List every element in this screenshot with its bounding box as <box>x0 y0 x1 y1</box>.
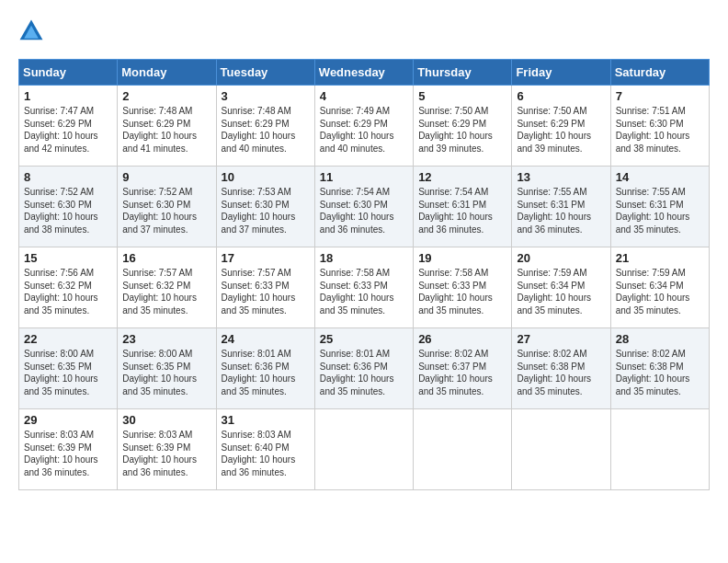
weekday-header: Saturday <box>610 60 709 86</box>
calendar-header-row: SundayMondayTuesdayWednesdayThursdayFrid… <box>19 60 710 86</box>
day-info: Sunrise: 7:54 AMSunset: 6:31 PMDaylight:… <box>418 186 506 236</box>
calendar-day-cell: 18Sunrise: 7:58 AMSunset: 6:33 PMDayligh… <box>314 247 413 328</box>
calendar-day-cell: 21Sunrise: 7:59 AMSunset: 6:34 PMDayligh… <box>610 247 709 328</box>
day-number: 10 <box>222 170 310 184</box>
day-info: Sunrise: 7:57 AMSunset: 6:33 PMDaylight:… <box>222 267 310 316</box>
day-info: Sunrise: 7:50 AMSunset: 6:29 PMDaylight:… <box>418 105 506 155</box>
day-info: Sunrise: 7:50 AMSunset: 6:29 PMDaylight:… <box>517 105 605 155</box>
calendar-week-row: 1Sunrise: 7:47 AMSunset: 6:29 PMDaylight… <box>19 86 710 167</box>
day-info: Sunrise: 8:01 AMSunset: 6:36 PMDaylight:… <box>320 348 408 397</box>
day-number: 12 <box>418 170 506 184</box>
day-number: 22 <box>24 332 112 346</box>
calendar-day-cell: 9Sunrise: 7:52 AMSunset: 6:30 PMDaylight… <box>118 167 216 247</box>
calendar-day-cell <box>414 409 512 490</box>
day-info: Sunrise: 7:54 AMSunset: 6:30 PMDaylight:… <box>320 186 408 236</box>
day-number: 14 <box>616 170 704 184</box>
weekday-header: Monday <box>118 60 216 86</box>
calendar-day-cell: 14Sunrise: 7:55 AMSunset: 6:31 PMDayligh… <box>610 167 709 247</box>
weekday-header: Thursday <box>414 60 512 86</box>
day-info: Sunrise: 7:47 AMSunset: 6:29 PMDaylight:… <box>24 105 112 155</box>
calendar-day-cell: 16Sunrise: 7:57 AMSunset: 6:32 PMDayligh… <box>118 247 216 328</box>
calendar-day-cell: 2Sunrise: 7:48 AMSunset: 6:29 PMDaylight… <box>118 86 216 167</box>
day-number: 4 <box>320 89 408 103</box>
calendar-day-cell: 12Sunrise: 7:54 AMSunset: 6:31 PMDayligh… <box>414 167 512 247</box>
day-info: Sunrise: 7:48 AMSunset: 6:29 PMDaylight:… <box>122 105 210 155</box>
day-number: 5 <box>418 89 506 103</box>
calendar-day-cell: 8Sunrise: 7:52 AMSunset: 6:30 PMDaylight… <box>19 167 118 247</box>
day-number: 8 <box>24 170 112 184</box>
day-info: Sunrise: 8:02 AMSunset: 6:38 PMDaylight:… <box>517 348 605 397</box>
day-number: 11 <box>320 170 408 184</box>
day-info: Sunrise: 8:01 AMSunset: 6:36 PMDaylight:… <box>222 348 310 397</box>
logo <box>18 18 48 44</box>
calendar-day-cell: 30Sunrise: 8:03 AMSunset: 6:39 PMDayligh… <box>118 409 216 490</box>
calendar-day-cell: 7Sunrise: 7:51 AMSunset: 6:30 PMDaylight… <box>610 86 709 167</box>
calendar-day-cell: 28Sunrise: 8:02 AMSunset: 6:38 PMDayligh… <box>610 328 709 409</box>
calendar-week-row: 15Sunrise: 7:56 AMSunset: 6:32 PMDayligh… <box>19 247 710 328</box>
day-info: Sunrise: 7:51 AMSunset: 6:30 PMDaylight:… <box>616 105 704 155</box>
day-number: 16 <box>122 251 210 265</box>
day-info: Sunrise: 7:52 AMSunset: 6:30 PMDaylight:… <box>122 186 210 236</box>
day-number: 31 <box>222 413 310 427</box>
calendar-day-cell: 10Sunrise: 7:53 AMSunset: 6:30 PMDayligh… <box>216 167 314 247</box>
calendar-day-cell: 19Sunrise: 7:58 AMSunset: 6:33 PMDayligh… <box>414 247 512 328</box>
calendar-day-cell: 20Sunrise: 7:59 AMSunset: 6:34 PMDayligh… <box>512 247 610 328</box>
day-info: Sunrise: 7:59 AMSunset: 6:34 PMDaylight:… <box>517 267 605 316</box>
calendar-day-cell: 17Sunrise: 7:57 AMSunset: 6:33 PMDayligh… <box>216 247 314 328</box>
day-info: Sunrise: 7:57 AMSunset: 6:32 PMDaylight:… <box>122 267 210 316</box>
calendar-day-cell: 11Sunrise: 7:54 AMSunset: 6:30 PMDayligh… <box>314 167 413 247</box>
calendar-day-cell: 25Sunrise: 8:01 AMSunset: 6:36 PMDayligh… <box>314 328 413 409</box>
day-number: 28 <box>616 332 704 346</box>
calendar-week-row: 29Sunrise: 8:03 AMSunset: 6:39 PMDayligh… <box>19 409 710 490</box>
calendar-day-cell: 13Sunrise: 7:55 AMSunset: 6:31 PMDayligh… <box>512 167 610 247</box>
day-number: 30 <box>122 413 210 427</box>
calendar-day-cell: 24Sunrise: 8:01 AMSunset: 6:36 PMDayligh… <box>216 328 314 409</box>
day-number: 27 <box>517 332 605 346</box>
calendar-day-cell: 6Sunrise: 7:50 AMSunset: 6:29 PMDaylight… <box>512 86 610 167</box>
calendar-day-cell <box>512 409 610 490</box>
day-info: Sunrise: 8:03 AMSunset: 6:40 PMDaylight:… <box>222 429 310 478</box>
day-number: 18 <box>320 251 408 265</box>
day-info: Sunrise: 7:55 AMSunset: 6:31 PMDaylight:… <box>616 186 704 236</box>
weekday-header: Tuesday <box>216 60 314 86</box>
day-number: 13 <box>517 170 605 184</box>
day-info: Sunrise: 8:03 AMSunset: 6:39 PMDaylight:… <box>24 429 112 478</box>
day-number: 9 <box>122 170 210 184</box>
day-info: Sunrise: 7:55 AMSunset: 6:31 PMDaylight:… <box>517 186 605 236</box>
day-number: 7 <box>616 89 704 103</box>
day-info: Sunrise: 7:53 AMSunset: 6:30 PMDaylight:… <box>222 186 310 236</box>
day-number: 6 <box>517 89 605 103</box>
day-number: 17 <box>222 251 310 265</box>
calendar-day-cell: 27Sunrise: 8:02 AMSunset: 6:38 PMDayligh… <box>512 328 610 409</box>
day-info: Sunrise: 7:58 AMSunset: 6:33 PMDaylight:… <box>320 267 408 316</box>
day-number: 29 <box>24 413 112 427</box>
day-info: Sunrise: 7:49 AMSunset: 6:29 PMDaylight:… <box>320 105 408 155</box>
day-number: 19 <box>418 251 506 265</box>
calendar-day-cell: 4Sunrise: 7:49 AMSunset: 6:29 PMDaylight… <box>314 86 413 167</box>
day-info: Sunrise: 8:02 AMSunset: 6:38 PMDaylight:… <box>616 348 704 397</box>
day-info: Sunrise: 7:56 AMSunset: 6:32 PMDaylight:… <box>24 267 112 316</box>
day-info: Sunrise: 7:59 AMSunset: 6:34 PMDaylight:… <box>616 267 704 316</box>
day-info: Sunrise: 7:58 AMSunset: 6:33 PMDaylight:… <box>418 267 506 316</box>
calendar-day-cell <box>610 409 709 490</box>
calendar-day-cell: 23Sunrise: 8:00 AMSunset: 6:35 PMDayligh… <box>118 328 216 409</box>
calendar-table: SundayMondayTuesdayWednesdayThursdayFrid… <box>18 59 710 490</box>
calendar-day-cell: 22Sunrise: 8:00 AMSunset: 6:35 PMDayligh… <box>19 328 118 409</box>
calendar-day-cell: 1Sunrise: 7:47 AMSunset: 6:29 PMDaylight… <box>19 86 118 167</box>
calendar-week-row: 8Sunrise: 7:52 AMSunset: 6:30 PMDaylight… <box>19 167 710 247</box>
calendar-week-row: 22Sunrise: 8:00 AMSunset: 6:35 PMDayligh… <box>19 328 710 409</box>
day-number: 3 <box>222 89 310 103</box>
calendar-day-cell <box>314 409 413 490</box>
calendar-day-cell: 15Sunrise: 7:56 AMSunset: 6:32 PMDayligh… <box>19 247 118 328</box>
day-number: 21 <box>616 251 704 265</box>
day-number: 25 <box>320 332 408 346</box>
day-number: 23 <box>122 332 210 346</box>
day-number: 15 <box>24 251 112 265</box>
calendar-day-cell: 29Sunrise: 8:03 AMSunset: 6:39 PMDayligh… <box>19 409 118 490</box>
day-info: Sunrise: 8:00 AMSunset: 6:35 PMDaylight:… <box>122 348 210 397</box>
weekday-header: Wednesday <box>314 60 413 86</box>
day-info: Sunrise: 7:52 AMSunset: 6:30 PMDaylight:… <box>24 186 112 236</box>
day-number: 24 <box>222 332 310 346</box>
day-number: 1 <box>24 89 112 103</box>
day-info: Sunrise: 8:03 AMSunset: 6:39 PMDaylight:… <box>122 429 210 478</box>
